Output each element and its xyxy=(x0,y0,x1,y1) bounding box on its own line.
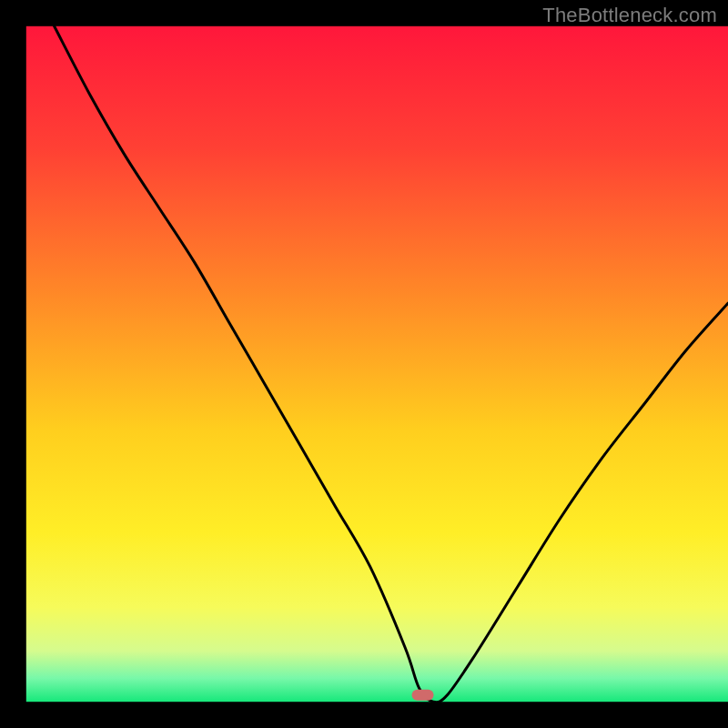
chart-frame: TheBottleneck.com xyxy=(0,0,728,728)
chart-svg xyxy=(0,0,728,728)
attribution-text: TheBottleneck.com xyxy=(542,4,717,27)
minimum-marker xyxy=(412,690,434,701)
plot-area xyxy=(26,26,728,702)
